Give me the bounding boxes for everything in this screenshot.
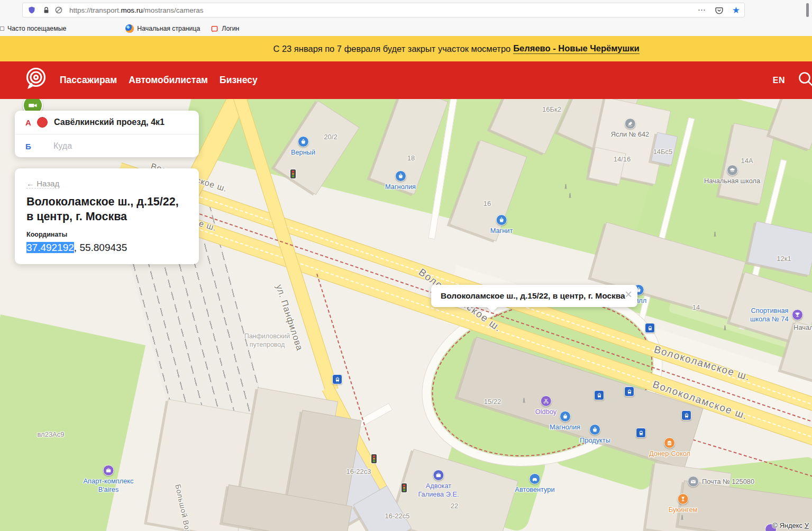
moscow-transport-logo-icon[interactable] — [24, 66, 48, 95]
selected-coordinate: 37.492192 — [26, 242, 74, 253]
point-b-letter: Б — [25, 142, 37, 151]
map-green-area — [0, 314, 145, 531]
browser-toolbar: https://transport.mos.ru/mostrans/camera… — [0, 0, 812, 21]
monument-icon — [722, 324, 728, 334]
yandex-copyright: © Яндекс — [772, 521, 802, 529]
url-text[interactable]: https://transport.mos.ru/mostrans/camera… — [69, 6, 204, 14]
banner-link[interactable]: Беляево - Новые Черёмушки — [513, 43, 639, 54]
tram-icon[interactable] — [636, 428, 646, 438]
bookmark-star-icon[interactable]: ★ — [732, 6, 740, 15]
scissors-icon — [540, 395, 551, 407]
poi-sport-school-74[interactable]: Спортивная школа № 74 — [750, 307, 803, 323]
poi-pochta[interactable]: Почта № 125080 — [688, 476, 754, 487]
basket-icon — [589, 424, 600, 435]
map-building — [588, 147, 626, 184]
building-number: вл23Ас9 — [37, 430, 64, 438]
trophy-icon — [792, 309, 803, 320]
banner-text: С 23 января по 7 февраля будет закрыт уч… — [273, 44, 510, 54]
menu-passengers[interactable]: Пассажирам — [60, 75, 117, 86]
tram-icon[interactable] — [594, 390, 604, 400]
url-bar[interactable]: https://transport.mos.ru/mostrans/camera… — [22, 3, 745, 17]
back-link[interactable]: ← Назад — [26, 179, 59, 188]
poi-verny[interactable]: Верный — [291, 136, 315, 157]
map-balloon: Волоколамское ш., д.15/22, в центр, г. М… — [431, 285, 637, 307]
building-number: 20/2 — [324, 133, 337, 141]
poi-magnit[interactable]: Магнит — [490, 214, 513, 235]
pocket-icon[interactable] — [715, 6, 724, 15]
building-number: 14 — [692, 303, 700, 311]
building-number: 14Бс5 — [653, 148, 673, 156]
shield-icon[interactable] — [28, 6, 36, 14]
building-number: 16 — [483, 200, 491, 208]
site-header: Пассажирам Автомобилистам Бизнесу EN — [0, 61, 812, 99]
menu-drivers[interactable]: Автомобилистам — [129, 75, 208, 86]
language-switch[interactable]: EN — [773, 76, 785, 85]
poi-doner-sokol[interactable]: Донер-Сокол — [649, 437, 690, 458]
notice-banner: С 23 января по 7 февраля будет закрыт уч… — [0, 36, 812, 61]
tram-icon[interactable] — [645, 323, 655, 333]
poi-bukingem[interactable]: Букингем — [669, 493, 698, 514]
route-panel: А Савёлкинский проезд, 4к1 Б Куда — [15, 111, 199, 157]
route-point-marker-icon — [37, 117, 48, 128]
bookmark-login[interactable]: Логин — [211, 25, 239, 33]
page-actions-icon[interactable]: ⋯ — [698, 5, 706, 15]
basket-icon — [395, 170, 406, 182]
coordinates-label: Координаты — [26, 231, 187, 238]
menu-business[interactable]: Бизнесу — [220, 75, 258, 86]
car-icon — [529, 473, 540, 484]
monument-icon — [521, 397, 527, 406]
building-number: 18 — [407, 154, 415, 162]
bookmark-most-visited[interactable]: Часто посещаемые — [0, 25, 66, 32]
bookmark-label: Часто посещаемые — [7, 25, 66, 32]
traffic-light-icon — [290, 169, 296, 178]
bookmarks-bar: Часто посещаемые Начальная страница Логи… — [0, 21, 812, 37]
poi-autoventuri[interactable]: Автовентури — [515, 473, 554, 494]
point-b-placeholder: Куда — [53, 141, 72, 151]
coordinate-rest: , 55.809435 — [74, 242, 127, 253]
terms-link[interactable]: У — [805, 521, 809, 529]
burger-icon — [664, 437, 676, 448]
building-number: 16-22с5 — [385, 512, 410, 520]
basket-icon — [298, 136, 309, 147]
poi-produkty[interactable]: Продукты — [580, 424, 610, 445]
building-number: 12к1 — [777, 255, 791, 263]
briefcase-icon — [433, 470, 444, 481]
lock-icon[interactable] — [42, 6, 50, 14]
monument-icon — [567, 192, 573, 201]
basket-icon — [496, 214, 507, 226]
poi-magnolia-1[interactable]: Магнолия — [385, 170, 416, 191]
tram-icon[interactable] — [332, 374, 342, 384]
graduation-cap-icon — [727, 165, 738, 176]
search-icon[interactable] — [796, 69, 812, 94]
route-point-b[interactable]: Б Куда — [15, 134, 199, 158]
monument-icon — [562, 183, 569, 192]
bookmark-home-page[interactable]: Начальная страница — [125, 24, 200, 33]
poi-apart-baires[interactable]: Апарт-комплекс B'aires — [84, 465, 134, 494]
window-edge — [806, 3, 809, 17]
monument-icon — [679, 514, 686, 523]
address-title: Волоколамское ш., д.15/22, в центр, г. М… — [26, 195, 187, 224]
bookmark-label: Начальная страница — [137, 25, 200, 32]
street-label: Панфиловский путепровод — [233, 332, 302, 349]
street-label: Начал — [793, 323, 812, 331]
poi-yasli-642[interactable]: Ясли № 642 — [611, 118, 649, 139]
address-info-card: ← Назад Волоколамское ш., д.15/22, в цен… — [15, 168, 199, 264]
tram-icon[interactable] — [681, 410, 691, 420]
monument-icon — [711, 230, 718, 240]
briefcase-icon — [103, 465, 114, 476]
route-point-a[interactable]: А Савёлкинский проезд, 4к1 — [15, 111, 199, 134]
building-number: 15/22 — [484, 398, 501, 406]
poi-nachalnaya-shkola[interactable]: Начальная школа — [704, 165, 760, 185]
close-icon[interactable]: × — [625, 288, 632, 301]
tracking-disabled-icon[interactable] — [54, 6, 63, 14]
balloon-title: Волоколамское ш., д.15/22, в центр, г. М… — [441, 291, 625, 301]
traffic-light-icon — [402, 483, 407, 492]
poi-magnolia-2[interactable]: Магнолия — [550, 411, 580, 431]
login-icon — [211, 25, 218, 33]
building-number: 14/16 — [614, 155, 631, 163]
building-number: 16-22с3 — [346, 467, 371, 475]
wine-glass-icon — [677, 493, 688, 505]
tram-icon[interactable] — [624, 386, 634, 397]
map-canvas[interactable]: Волоколамское ш. Волоколамское ш. ул. Па… — [0, 99, 812, 531]
poi-advokat[interactable]: Адвокат Галиева Э.Е. — [418, 470, 459, 499]
